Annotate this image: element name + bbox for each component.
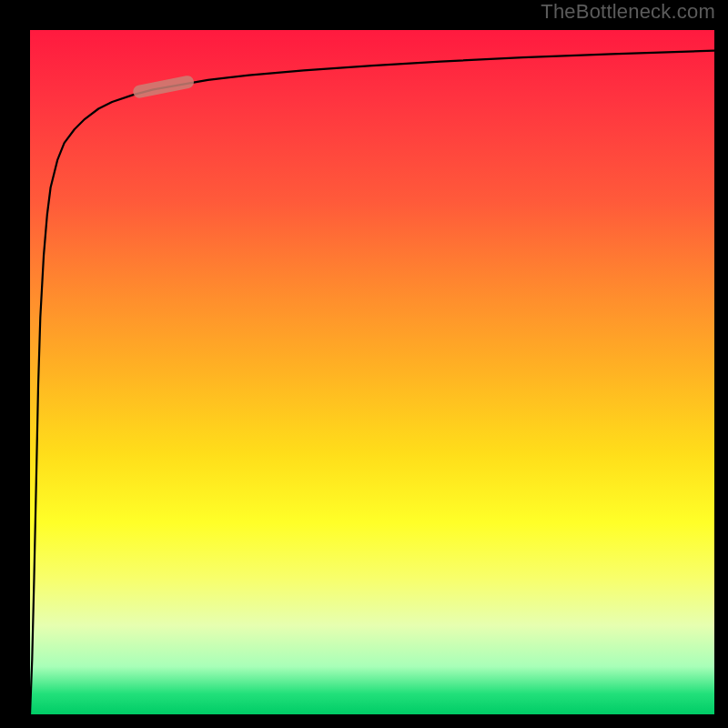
watermark-text: TheBottleneck.com <box>541 0 715 24</box>
chart-frame: TheBottleneck.com <box>0 0 728 728</box>
bottleneck-curve <box>30 51 714 714</box>
curve-layer <box>30 30 714 714</box>
plot-area <box>30 30 714 714</box>
highlight-marker <box>139 82 187 92</box>
